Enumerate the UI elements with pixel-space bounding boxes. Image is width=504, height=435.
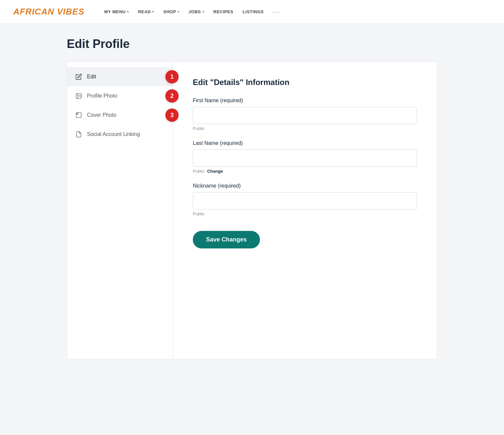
sidebar-item-cover-photo[interactable]: Cover Photo 3 [67,106,173,125]
sidebar: Edit 1 Profile Photo 2 [67,62,173,359]
nav-item-my-menu[interactable]: MY MENU ▾ [104,9,129,14]
sidebar-badge-3: 3 [165,109,179,122]
last-name-change-link[interactable]: Change [207,169,223,174]
first-name-hint: Public [193,126,204,131]
social-account-icon [75,131,82,138]
site-logo[interactable]: AFRICAN VIBES [13,7,84,17]
form-group-first-name: First Name (required) Public [193,98,417,131]
chevron-down-icon: ▾ [127,10,129,14]
sidebar-item-social-account-label: Social Account Linking [87,131,140,137]
nav-item-shop[interactable]: SHOP ▾ [163,9,179,14]
first-name-input[interactable] [193,107,417,124]
sidebar-item-profile-photo[interactable]: Profile Photo 2 [67,86,173,106]
sidebar-badge-2: 2 [165,89,179,103]
save-changes-button[interactable]: Save Changes [193,231,260,248]
sidebar-item-social-account[interactable]: Social Account Linking [67,125,173,144]
last-name-hint: Public [193,169,204,174]
main-nav: MY MENU ▾ READ ▾ SHOP ▾ JOBS ▾ RECIPES L… [104,8,280,16]
form-group-last-name: Last Name (required) Public Change [193,140,417,174]
chevron-down-icon: ▾ [202,10,204,14]
sidebar-item-profile-photo-label: Profile Photo [87,93,117,99]
svg-point-1 [77,95,78,96]
sidebar-item-edit[interactable]: Edit 1 [67,67,173,86]
sidebar-badge-1: 1 [165,70,179,83]
nickname-hint: Public [193,211,204,216]
sidebar-item-cover-photo-label: Cover Photo [87,112,116,118]
edit-icon [75,73,82,80]
nav-more-button[interactable]: ··· [273,8,281,16]
chevron-down-icon: ▾ [152,10,154,14]
nickname-label: Nickname (required) [193,183,417,189]
last-name-input[interactable] [193,150,417,167]
last-name-label: Last Name (required) [193,140,417,146]
sidebar-item-edit-label: Edit [87,74,96,80]
first-name-label: First Name (required) [193,98,417,104]
nav-item-jobs[interactable]: JOBS ▾ [189,9,204,14]
nav-item-read[interactable]: READ ▾ [138,9,154,14]
page-title: Edit Profile [67,37,437,51]
nav-item-listings[interactable]: LISTINGS [243,9,264,14]
profile-photo-icon [75,92,82,100]
nickname-input[interactable] [193,192,417,209]
edit-layout: Edit 1 Profile Photo 2 [67,62,437,359]
form-section-title: Edit "Details" Information [193,78,417,87]
cover-photo-icon [75,111,82,119]
page-container: Edit Profile Edit 1 [54,24,450,379]
form-group-nickname: Nickname (required) Public [193,183,417,216]
site-header: AFRICAN VIBES MY MENU ▾ READ ▾ SHOP ▾ JO… [0,0,504,24]
nav-item-recipes[interactable]: RECIPES [213,9,233,14]
chevron-down-icon: ▾ [178,10,180,14]
form-area: Edit "Details" Information First Name (r… [173,62,437,359]
